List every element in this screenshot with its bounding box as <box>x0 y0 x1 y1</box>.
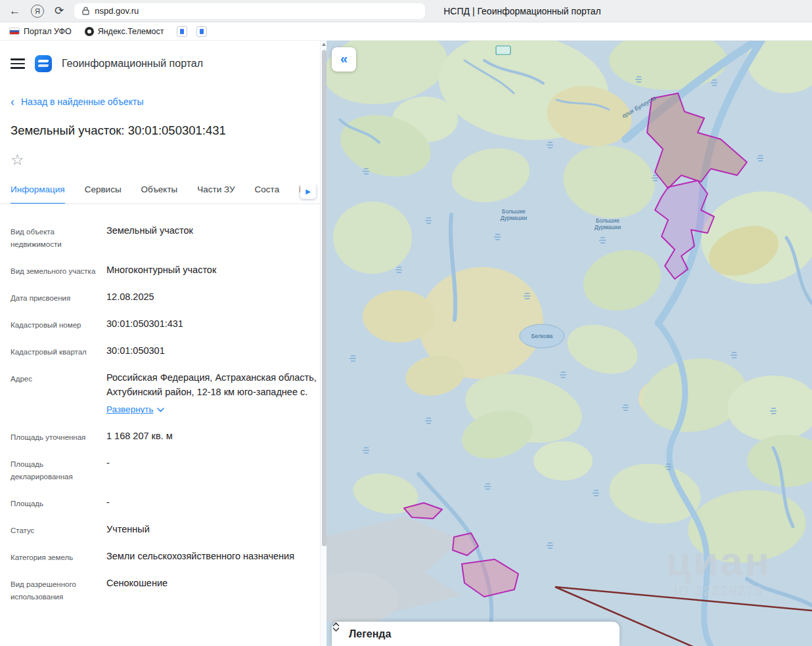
triangle-right-icon: ▶ <box>305 188 311 195</box>
field-row: Площадь декларированная - <box>11 456 327 483</box>
field-row: Вид земельного участка Многоконтурный уч… <box>11 263 327 278</box>
field-label: Площадь <box>11 496 106 510</box>
field-label: Статус <box>11 523 106 537</box>
field-value: Российская Федерация, Астраханская облас… <box>106 371 327 417</box>
field-label: Вид объекта недвижимости <box>11 224 106 251</box>
panel-collapse-button[interactable]: « <box>332 47 356 72</box>
expand-label: Развернуть <box>106 403 154 416</box>
map-label-lake: Белкова <box>531 333 553 339</box>
field-label: Вид разрешенного использования <box>11 576 106 603</box>
field-value: 30:01:050301:431 <box>106 317 327 332</box>
lock-icon <box>82 7 89 15</box>
tab-servisy[interactable]: Сервисы <box>85 184 122 204</box>
map-label-settlement: Дурмашки <box>501 215 528 221</box>
map-feature-teal <box>496 46 510 54</box>
russia-flag-icon <box>9 28 20 35</box>
bookmark-portal-ufo[interactable]: Портал УФО <box>9 27 72 36</box>
map-canvas[interactable]: Большие Дурмашки Большие Дурмашки Белков… <box>327 41 812 646</box>
field-row: Кадастровый квартал 30:01:050301 <box>11 344 327 358</box>
map-graphics: Большие Дурмашки Большие Дурмашки Белков… <box>327 41 812 646</box>
map-label-settlement: Большие <box>596 217 620 224</box>
field-value: Многоконтурный участок <box>106 263 327 278</box>
field-label: Кадастровый номер <box>11 317 106 332</box>
object-info-panel: Геоинформационный портал ‹ Назад в найде… <box>0 41 327 646</box>
bookmarks-bar: Портал УФО Яндекс.Телемост <box>0 22 812 41</box>
back-to-results-link[interactable]: ‹ Назад в найденные объекты <box>11 96 316 108</box>
menu-icon[interactable] <box>11 56 25 71</box>
browser-toolbar: ← Я ⟳ nspd.gov.ru НСПД | Геоинформационн… <box>0 0 812 22</box>
map-label-settlement: Дурмашки <box>595 224 621 230</box>
field-label: Категория земель <box>11 549 106 564</box>
field-row-address: Адрес Российская Федерация, Астраханская… <box>11 371 327 417</box>
scrollbar-up-arrow[interactable] <box>322 43 326 46</box>
bookmark-label: Яндекс.Телемост <box>98 27 164 36</box>
nspd-logo-icon[interactable] <box>35 55 52 72</box>
tabs-scroll-right-button[interactable]: ▶ <box>300 184 316 199</box>
field-row: Категория земель Земли сельскохозяйствен… <box>11 549 327 564</box>
panel-header: Геоинформационный портал <box>0 41 327 72</box>
map-label-settlement: Большие <box>502 208 526 215</box>
legend-title: Легенда <box>349 628 391 640</box>
field-label: Площадь декларированная <box>11 456 106 483</box>
field-label: Адрес <box>11 371 106 417</box>
field-row: Вид объекта недвижимости Земельный участ… <box>11 224 327 251</box>
yandex-browser-icon[interactable]: Я <box>31 5 44 18</box>
app-body: Геоинформационный портал ‹ Назад в найде… <box>0 41 812 646</box>
field-label: Площадь уточненная <box>11 429 106 444</box>
bookmark-telemost[interactable]: Яндекс.Телемост <box>85 27 164 36</box>
panel-scrollbar[interactable] <box>320 41 327 646</box>
chevron-down-icon <box>157 408 164 412</box>
telemost-icon <box>85 27 94 36</box>
field-row: Вид разрешенного использования Сенокошен… <box>11 576 327 603</box>
field-label: Кадастровый квартал <box>11 344 106 358</box>
legend-panel[interactable]: Легенда <box>332 622 620 646</box>
field-row: Статус Учтенный <box>11 523 327 537</box>
double-chevron-left-icon: « <box>340 51 348 66</box>
field-label: Дата присвоения <box>11 290 106 305</box>
field-value: 12.08.2025 <box>106 290 327 305</box>
scrollbar-thumb[interactable] <box>322 50 327 546</box>
favorite-star-icon[interactable]: ☆ <box>11 151 29 169</box>
bookmark-favicon-2[interactable] <box>196 26 207 37</box>
tab-bar: Информация Сервисы Объекты Части ЗУ Сост… <box>0 184 327 204</box>
field-label: Вид земельного участка <box>11 263 106 278</box>
field-value: - <box>106 496 327 510</box>
tab-obekty[interactable]: Объекты <box>141 184 178 204</box>
address-expand-link[interactable]: Развернуть <box>106 403 164 416</box>
url-text: nspd.gov.ru <box>95 6 139 16</box>
browser-page-title: НСПД | Геоинформационный портал <box>443 6 600 16</box>
field-value: - <box>106 456 327 483</box>
browser-back-icon[interactable]: ← <box>9 5 20 16</box>
field-row: Дата присвоения 12.08.2025 <box>11 290 327 305</box>
browser-window: ← Я ⟳ nspd.gov.ru НСПД | Геоинформационн… <box>0 0 812 646</box>
attributes-list: Вид объекта недвижимости Земельный участ… <box>0 224 327 603</box>
address-bar[interactable]: nspd.gov.ru <box>74 3 425 19</box>
chevron-left-icon: ‹ <box>11 96 14 108</box>
address-text: Российская Федерация, Астраханская облас… <box>106 372 317 397</box>
field-row: Площадь - <box>11 496 327 510</box>
back-link-label: Назад в найденные объекты <box>21 97 143 107</box>
field-value: Земельный участок <box>106 224 327 251</box>
tab-chasti-zu[interactable]: Части ЗУ <box>197 184 235 204</box>
tab-informatsiya[interactable]: Информация <box>11 184 65 204</box>
page-title: Земельный участок: 30:01:050301:431 <box>11 123 316 138</box>
expand-collapse-icon[interactable] <box>332 622 340 632</box>
app-title: Геоинформационный портал <box>62 58 203 70</box>
bookmark-favicon-1[interactable] <box>177 26 187 37</box>
field-value: 1 168 207 кв. м <box>106 429 327 444</box>
field-value: Сенокошение <box>106 576 327 603</box>
field-value: Учтенный <box>106 523 327 537</box>
field-value: 30:01:050301 <box>106 344 327 358</box>
field-value: Земли сельскохозяйственного назначения <box>106 549 327 564</box>
tab-sostav[interactable]: Соста <box>255 184 280 204</box>
field-row: Площадь уточненная 1 168 207 кв. м <box>11 429 327 444</box>
reload-icon[interactable]: ⟳ <box>55 5 64 16</box>
field-row: Кадастровый номер 30:01:050301:431 <box>11 317 327 332</box>
bookmark-label: Портал УФО <box>24 27 72 36</box>
